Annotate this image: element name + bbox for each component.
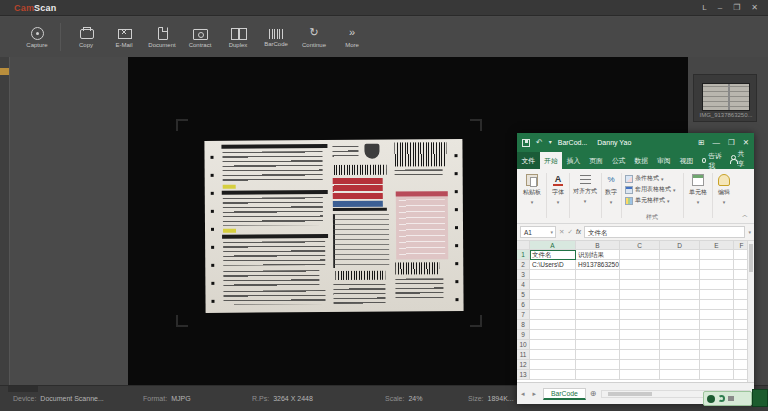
excel-cell-C11[interactable]: [620, 350, 660, 360]
excel-cell-E12[interactable]: [700, 360, 734, 370]
excel-cell-D7[interactable]: [660, 310, 700, 320]
excel-cell-A8[interactable]: [530, 320, 576, 330]
row-header-13[interactable]: 13: [517, 370, 530, 380]
alignment-button[interactable]: 对齐方式 ▾: [571, 174, 599, 204]
excel-cell-C7[interactable]: [620, 310, 660, 320]
excel-cell-A12[interactable]: [530, 360, 576, 370]
excel-cell-A11[interactable]: [530, 350, 576, 360]
column-header-D[interactable]: D: [660, 241, 700, 250]
excel-cell-D3[interactable]: [660, 270, 700, 280]
excel-cell-B12[interactable]: [576, 360, 620, 370]
row-header-4[interactable]: 4: [517, 280, 530, 290]
excel-cell-C13[interactable]: [620, 370, 660, 380]
window-logo-button[interactable]: L: [702, 3, 706, 12]
excel-cell-E13[interactable]: [700, 370, 734, 380]
row-header-10[interactable]: 10: [517, 340, 530, 350]
excel-cell-E10[interactable]: [700, 340, 734, 350]
tab-insert[interactable]: 插入: [562, 152, 585, 169]
row-header-12[interactable]: 12: [517, 360, 530, 370]
excel-cell-D9[interactable]: [660, 330, 700, 340]
cancel-entry-icon[interactable]: ✕: [559, 228, 564, 236]
continue-button[interactable]: ↻ Continue: [295, 26, 333, 48]
name-box[interactable]: A1: [520, 226, 556, 238]
minimize-button[interactable]: –: [718, 3, 722, 12]
excel-cell-C8[interactable]: [620, 320, 660, 330]
document-button[interactable]: Document: [143, 26, 181, 48]
excel-cell-C12[interactable]: [620, 360, 660, 370]
excel-cell-D8[interactable]: [660, 320, 700, 330]
tab-review[interactable]: 审阅: [653, 152, 676, 169]
excel-cell-E9[interactable]: [700, 330, 734, 340]
excel-cell-D6[interactable]: [660, 300, 700, 310]
excel-cell-A10[interactable]: [530, 340, 576, 350]
excel-cell-A5[interactable]: [530, 290, 576, 300]
excel-cell-E2[interactable]: [700, 260, 734, 270]
excel-cell-C4[interactable]: [620, 280, 660, 290]
excel-cell-E6[interactable]: [700, 300, 734, 310]
column-header-B[interactable]: B: [576, 241, 620, 250]
quick-access-dropdown-icon[interactable]: ▾: [549, 138, 552, 147]
excel-cell-A13[interactable]: [530, 370, 576, 380]
maximize-button[interactable]: ❐: [733, 3, 740, 12]
excel-cell-C9[interactable]: [620, 330, 660, 340]
row-header-6[interactable]: 6: [517, 300, 530, 310]
tell-me-box[interactable]: 告诉我: [698, 152, 730, 169]
contract-button[interactable]: Contract: [181, 26, 219, 48]
excel-close-button[interactable]: ✕: [743, 138, 749, 147]
excel-cell-A6[interactable]: [530, 300, 576, 310]
tab-view[interactable]: 视图: [675, 152, 698, 169]
tab-page-layout[interactable]: 页面: [585, 152, 608, 169]
undo-icon[interactable]: ↶: [536, 138, 543, 147]
excel-cell-B5[interactable]: [576, 290, 620, 300]
excel-cell-E8[interactable]: [700, 320, 734, 330]
formula-bar-expand-icon[interactable]: ▾: [748, 229, 751, 235]
enter-entry-icon[interactable]: ✓: [567, 228, 572, 236]
excel-cell-C6[interactable]: [620, 300, 660, 310]
barcode-button[interactable]: BarCode: [257, 27, 295, 47]
excel-cell-F6[interactable]: [734, 300, 747, 310]
insert-function-icon[interactable]: fx: [576, 228, 581, 236]
excel-cell-C5[interactable]: [620, 290, 660, 300]
excel-cell-A4[interactable]: [530, 280, 576, 290]
cell-styles-button[interactable]: 单元格样式▾: [625, 195, 681, 206]
duplex-button[interactable]: Duplex: [219, 26, 257, 48]
scanned-waybill-document[interactable]: [204, 139, 463, 313]
excel-cell-E4[interactable]: [700, 280, 734, 290]
excel-cell-A7[interactable]: [530, 310, 576, 320]
excel-cell-A9[interactable]: [530, 330, 576, 340]
tab-formulas[interactable]: 公式: [607, 152, 630, 169]
excel-cell-D13[interactable]: [660, 370, 700, 380]
editing-button[interactable]: 编辑 ▾: [714, 174, 734, 205]
excel-cell-E1[interactable]: [700, 250, 734, 260]
excel-cell-F10[interactable]: [734, 340, 747, 350]
format-as-table-button[interactable]: 套用表格格式▾: [625, 184, 681, 195]
new-sheet-icon[interactable]: ⊕: [590, 389, 597, 398]
excel-cell-F4[interactable]: [734, 280, 747, 290]
collapse-ribbon-icon[interactable]: ︿: [742, 211, 748, 220]
excel-cell-C3[interactable]: [620, 270, 660, 280]
excel-cell-B13[interactable]: [576, 370, 620, 380]
email-button[interactable]: E-Mail: [105, 26, 143, 48]
excel-cell-B3[interactable]: [576, 270, 620, 280]
excel-cell-F2[interactable]: [734, 260, 747, 270]
excel-cell-A1[interactable]: 文件名: [530, 250, 576, 260]
share-button[interactable]: 共享: [729, 149, 754, 169]
column-header-E[interactable]: E: [700, 241, 734, 250]
column-header-A[interactable]: A: [530, 241, 576, 250]
excel-cell-A3[interactable]: [530, 270, 576, 280]
select-all-corner[interactable]: [517, 241, 530, 250]
conditional-formatting-button[interactable]: 条件格式▾: [625, 173, 681, 184]
excel-cell-A2[interactable]: C:\Users\D: [530, 260, 576, 270]
excel-cell-D1[interactable]: [660, 250, 700, 260]
excel-cell-D4[interactable]: [660, 280, 700, 290]
excel-cell-D12[interactable]: [660, 360, 700, 370]
panel-handle[interactable]: [0, 68, 9, 75]
excel-cell-D11[interactable]: [660, 350, 700, 360]
excel-cell-E5[interactable]: [700, 290, 734, 300]
row-header-2[interactable]: 2: [517, 260, 530, 270]
tab-file[interactable]: 文件: [517, 152, 540, 169]
close-button[interactable]: ✕: [751, 3, 758, 12]
excel-cell-E3[interactable]: [700, 270, 734, 280]
excel-cell-C10[interactable]: [620, 340, 660, 350]
excel-cell-B2[interactable]: H9137863250: [576, 260, 620, 270]
